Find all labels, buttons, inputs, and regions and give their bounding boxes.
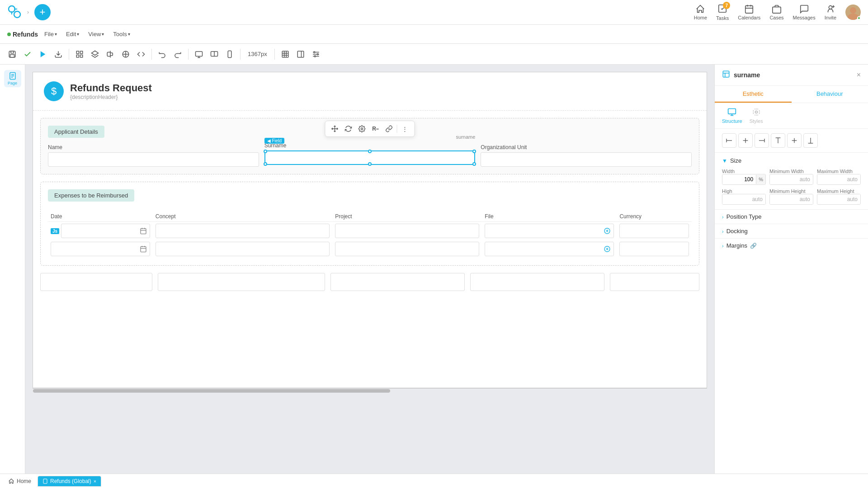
nav-invite[interactable]: Invite	[825, 4, 836, 20]
bottom-cell-3[interactable]	[330, 273, 465, 291]
min-width-value[interactable]	[770, 174, 813, 184]
currency-cell-1[interactable]	[619, 224, 689, 238]
structure-tool[interactable]	[104, 47, 117, 61]
run-tool[interactable]	[36, 47, 50, 61]
user-avatar[interactable]	[845, 5, 861, 20]
field-more-tool[interactable]: ⋮	[399, 123, 411, 135]
tab-esthetic[interactable]: Esthetic	[715, 86, 792, 103]
align-bottom-button[interactable]	[803, 133, 818, 148]
field-move-tool[interactable]	[329, 123, 341, 135]
file-cell-1[interactable]	[485, 224, 614, 238]
align-right-button[interactable]	[755, 133, 769, 148]
name-input[interactable]	[48, 152, 259, 167]
code-tool[interactable]	[134, 47, 148, 61]
resize-handle-br[interactable]	[472, 162, 476, 166]
check-tool[interactable]	[21, 47, 34, 61]
bottom-cell-4[interactable]	[470, 273, 604, 291]
nav-tasks[interactable]: 7 Tasks	[716, 4, 729, 21]
home-tab[interactable]: Home	[4, 476, 36, 486]
resize-handle-tm[interactable]	[368, 150, 372, 153]
file-cell-2[interactable]	[485, 242, 614, 256]
align-left-button[interactable]	[722, 133, 736, 148]
col-project: Project	[332, 211, 482, 222]
height-value[interactable]	[722, 194, 765, 204]
scroll-thumb[interactable]	[33, 389, 390, 393]
svg-rect-11	[11, 51, 14, 53]
nav-calendars[interactable]: Calendars	[738, 4, 760, 20]
project-cell-1[interactable]	[335, 224, 479, 238]
max-width-value[interactable]	[817, 174, 860, 184]
refunds-tab[interactable]: Refunds (Global) ×	[38, 476, 101, 487]
panel-close-button[interactable]: ×	[857, 71, 861, 79]
max-height-label: Maximum Height	[817, 188, 861, 194]
position-type-header[interactable]: › Position Type	[722, 213, 861, 220]
resize-handle-tl[interactable]	[264, 150, 267, 153]
grid-tool[interactable]	[73, 47, 86, 61]
margins-header[interactable]: › Margins 🔗	[722, 242, 861, 249]
tab-behaviour[interactable]: Behaviour	[792, 86, 868, 103]
settings-tool[interactable]	[309, 47, 323, 61]
max-height-value[interactable]	[817, 194, 860, 204]
concept-cell-1[interactable]	[156, 224, 330, 238]
org-unit-input[interactable]	[481, 152, 692, 167]
view-split[interactable]	[208, 47, 221, 61]
save-tool[interactable]	[5, 47, 19, 61]
align-middle-button[interactable]	[787, 133, 802, 148]
view-desktop[interactable]	[192, 47, 206, 61]
file-menu[interactable]: File ▾	[42, 30, 60, 38]
layers-tool[interactable]	[88, 47, 102, 61]
field-link-tool[interactable]	[383, 123, 395, 135]
project-cell-2[interactable]	[335, 242, 479, 256]
subtab-styles[interactable]: Styles	[750, 108, 763, 124]
size-section-header[interactable]: ▼ Size	[722, 157, 861, 164]
resize-handle-bl[interactable]	[264, 162, 267, 166]
tools-menu[interactable]: Tools ▾	[110, 30, 132, 38]
form-title-area: Refunds Request {descriptionHeader}	[70, 82, 152, 100]
field-regex-tool[interactable]: R∞	[370, 123, 382, 135]
grid-view-tool[interactable]	[278, 47, 292, 61]
field-refresh-tool[interactable]	[343, 123, 354, 135]
width-input[interactable]: %	[722, 174, 766, 185]
circle-tool[interactable]	[119, 47, 132, 61]
resize-handle-tr[interactable]	[472, 150, 476, 153]
date-cell-2[interactable]	[51, 242, 150, 256]
surname-field[interactable]: R∞ ⋮ ◀ Field surname Surname	[264, 142, 476, 167]
surname-input[interactable]	[264, 150, 476, 165]
bottom-cell-2[interactable]	[158, 273, 325, 291]
view-menu[interactable]: View ▾	[85, 30, 107, 38]
min-width-input[interactable]	[769, 174, 813, 185]
min-height-input[interactable]	[769, 194, 813, 205]
bottom-cell-5[interactable]	[610, 273, 699, 291]
redo-tool[interactable]	[171, 47, 184, 61]
align-top-button[interactable]	[771, 133, 785, 148]
max-width-input[interactable]	[817, 174, 861, 185]
logo[interactable]	[7, 5, 22, 20]
max-height-input[interactable]	[817, 194, 861, 205]
nav-messages[interactable]: Messages	[793, 4, 816, 20]
bottom-cell-1[interactable]	[40, 273, 152, 291]
panel-tool[interactable]	[294, 47, 307, 61]
canvas-area[interactable]: $ Refunds Request {descriptionHeader} Ap…	[25, 65, 714, 474]
view-mobile[interactable]	[223, 47, 236, 61]
add-button[interactable]: +	[34, 4, 51, 20]
align-center-h-button[interactable]	[738, 133, 753, 148]
nav-cases[interactable]: Cases	[769, 4, 783, 20]
export-tool[interactable]	[52, 47, 65, 61]
docking-header[interactable]: › Docking	[722, 228, 861, 235]
currency-cell-2[interactable]	[619, 242, 689, 256]
subtab-structure[interactable]: Structure	[722, 108, 742, 124]
resize-handle-bm[interactable]	[368, 162, 372, 166]
height-input[interactable]	[722, 194, 766, 205]
concept-cell-2[interactable]	[156, 242, 330, 256]
min-height-value[interactable]	[770, 194, 813, 204]
undo-tool[interactable]	[156, 47, 169, 61]
field-settings-tool[interactable]	[356, 123, 368, 135]
svg-rect-46	[141, 229, 146, 234]
nav-home[interactable]: Home	[694, 4, 707, 20]
date-cell-1[interactable]	[61, 224, 150, 238]
edit-menu[interactable]: Edit ▾	[63, 30, 82, 38]
sidebar-item-page[interactable]: Page	[4, 70, 21, 87]
width-value[interactable]	[722, 174, 756, 184]
close-tab-button[interactable]: ×	[94, 479, 96, 484]
horizontal-scrollbar[interactable]	[33, 388, 707, 393]
